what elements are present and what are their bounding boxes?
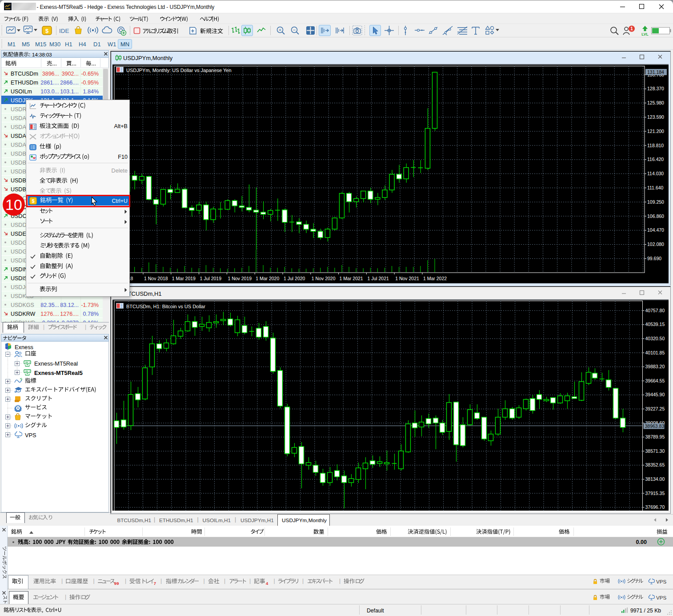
svg-text:$: $ [45,28,49,34]
svg-text:10: 10 [5,196,22,213]
svg-text:+: + [279,27,281,32]
svg-text:−: − [293,27,296,32]
svg-text:LVL: LVL [641,32,648,36]
svg-text:1: 1 [630,26,633,31]
